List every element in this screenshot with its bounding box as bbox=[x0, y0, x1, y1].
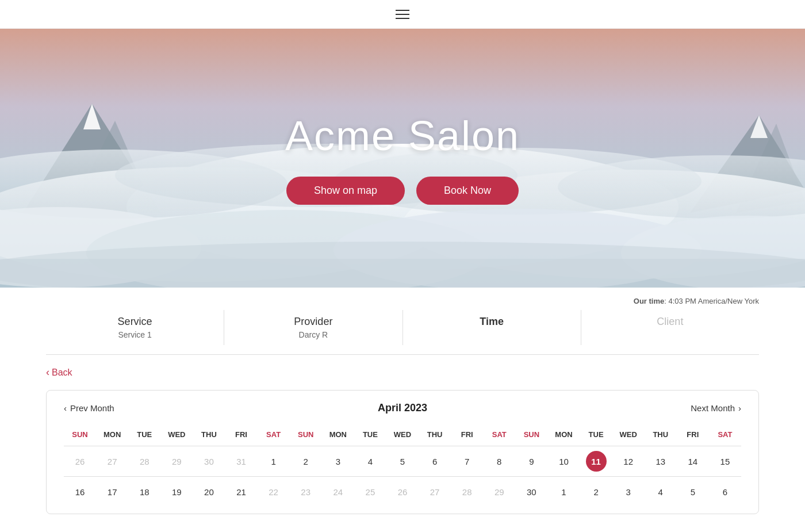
calendar-day-column: 15 bbox=[709, 446, 741, 472]
calendar-day[interactable]: 4 bbox=[360, 451, 381, 472]
step-service-label: Service bbox=[118, 316, 152, 328]
calendar-day[interactable]: 16 bbox=[70, 481, 90, 502]
calendar-day[interactable]: 7 bbox=[457, 451, 477, 472]
calendar-header-cell: SUN bbox=[64, 428, 96, 441]
calendar-day-column: 7 bbox=[451, 446, 483, 472]
calendar-day[interactable]: 30 bbox=[521, 481, 542, 502]
calendar-day: 29 bbox=[166, 451, 187, 472]
calendar-header-cell: MON bbox=[96, 428, 128, 441]
calendar-day[interactable]: 3 bbox=[328, 451, 348, 472]
calendar-header-cell: THU bbox=[419, 428, 451, 441]
calendar-day[interactable]: 15 bbox=[715, 451, 735, 472]
hero-content: Acme Salon Show on map Book Now bbox=[285, 112, 520, 205]
calendar-headers: SUNMONTUEWEDTHUFRISATSUNMONTUEWEDTHUFRIS… bbox=[64, 428, 741, 441]
calendar-day[interactable]: 10 bbox=[553, 451, 574, 472]
step-time[interactable]: Time bbox=[403, 310, 581, 345]
calendar-day: 22 bbox=[263, 481, 284, 502]
calendar-day[interactable]: 18 bbox=[134, 481, 155, 502]
calendar-header-cell: MON bbox=[322, 428, 354, 441]
calendar-day-column: 6 bbox=[709, 476, 741, 502]
calendar-day[interactable]: 6 bbox=[715, 481, 735, 502]
calendar-day[interactable]: 8 bbox=[489, 451, 509, 472]
step-service-value: Service 1 bbox=[118, 330, 151, 339]
calendar-day[interactable]: 19 bbox=[166, 481, 187, 502]
calendar-day[interactable]: 3 bbox=[618, 481, 639, 502]
calendar-day[interactable]: 2 bbox=[586, 481, 607, 502]
calendar-header-cell: SAT bbox=[483, 428, 515, 441]
calendar-day[interactable]: 2 bbox=[296, 451, 316, 472]
calendar-day-column: 25 bbox=[354, 476, 386, 502]
prev-chevron-icon: ‹ bbox=[64, 403, 67, 413]
calendar-header-cell: SUN bbox=[515, 428, 547, 441]
calendar-day-column: 3 bbox=[612, 476, 645, 502]
calendar-day[interactable]: 4 bbox=[650, 481, 671, 502]
calendar-month-title: April 2023 bbox=[378, 402, 427, 414]
calendar-day-column: 17 bbox=[96, 476, 128, 502]
content-area: Our time: 4:03 PM America/New York Servi… bbox=[0, 288, 805, 514]
calendar-day[interactable]: 20 bbox=[198, 481, 219, 502]
calendar-header-cell: SAT bbox=[709, 428, 741, 441]
calendar-day[interactable]: 12 bbox=[618, 451, 639, 472]
calendar-day[interactable]: 9 bbox=[521, 451, 542, 472]
calendar-day: 24 bbox=[328, 481, 348, 502]
calendar-header-cell: TUE bbox=[354, 428, 386, 441]
calendar-day-column: 29 bbox=[483, 476, 515, 502]
calendar-day: 28 bbox=[134, 451, 155, 472]
calendar-day-column: 1 bbox=[258, 446, 290, 472]
calendar-day-column: 14 bbox=[677, 446, 709, 472]
calendar-day-column: 11 bbox=[580, 446, 612, 472]
calendar-days-row1: 262728293031123456789101112131415 bbox=[64, 446, 741, 472]
calendar-header-cell: WED bbox=[612, 428, 645, 441]
step-time-label: Time bbox=[480, 316, 504, 328]
prev-month-button[interactable]: ‹ Prev Month bbox=[64, 403, 114, 413]
calendar-day-column: 13 bbox=[645, 446, 677, 472]
calendar-day-column: 8 bbox=[483, 446, 515, 472]
calendar-day[interactable]: 6 bbox=[424, 451, 445, 472]
book-now-button[interactable]: Book Now bbox=[416, 177, 519, 205]
calendar-header-cell: WED bbox=[386, 428, 419, 441]
calendar-day-column: 28 bbox=[451, 476, 483, 502]
step-client[interactable]: Client bbox=[581, 310, 759, 345]
calendar-day[interactable]: 5 bbox=[683, 481, 703, 502]
next-month-button[interactable]: Next Month › bbox=[691, 403, 741, 413]
calendar-day-column: 27 bbox=[419, 476, 451, 502]
show-on-map-button[interactable]: Show on map bbox=[286, 177, 405, 205]
calendar-day-column: 18 bbox=[128, 476, 160, 502]
calendar-header-cell: THU bbox=[193, 428, 225, 441]
calendar-day: 26 bbox=[392, 481, 413, 502]
prev-month-label: Prev Month bbox=[70, 403, 114, 413]
calendar-day-column: 26 bbox=[64, 446, 96, 472]
calendar-header-cell: FRI bbox=[451, 428, 483, 441]
time-bar: Our time: 4:03 PM America/New York bbox=[46, 288, 759, 310]
calendar-day-column: 27 bbox=[96, 446, 128, 472]
calendar-day[interactable]: 11 bbox=[586, 451, 607, 472]
next-chevron-icon: › bbox=[738, 403, 741, 413]
calendar-day-column: 21 bbox=[225, 476, 257, 502]
calendar-day[interactable]: 1 bbox=[263, 451, 284, 472]
calendar-day-column: 6 bbox=[419, 446, 451, 472]
calendar-day[interactable]: 13 bbox=[650, 451, 671, 472]
calendar-day-column: 20 bbox=[193, 476, 225, 502]
calendar-header-cell: MON bbox=[547, 428, 580, 441]
calendar-day-column: 16 bbox=[64, 476, 96, 502]
step-provider[interactable]: Provider Darcy R bbox=[224, 310, 402, 345]
calendar-day: 31 bbox=[231, 451, 252, 472]
calendar-header-cell: SUN bbox=[290, 428, 322, 441]
hero-title: Acme Salon bbox=[285, 112, 520, 159]
calendar-header-cell: THU bbox=[645, 428, 677, 441]
calendar-day[interactable]: 17 bbox=[102, 481, 122, 502]
calendar-day: 28 bbox=[457, 481, 477, 502]
calendar-day[interactable]: 1 bbox=[553, 481, 574, 502]
calendar-day-column: 26 bbox=[386, 476, 419, 502]
step-client-label: Client bbox=[657, 316, 683, 328]
calendar-day: 30 bbox=[198, 451, 219, 472]
calendar-day[interactable]: 14 bbox=[683, 451, 703, 472]
calendar-day[interactable]: 21 bbox=[231, 481, 252, 502]
back-link[interactable]: ‹ Back bbox=[46, 366, 759, 378]
nav-bar bbox=[0, 0, 805, 29]
hamburger-menu-button[interactable] bbox=[396, 10, 409, 19]
calendar-day-column: 10 bbox=[547, 446, 580, 472]
calendar-day[interactable]: 5 bbox=[392, 451, 413, 472]
step-service[interactable]: Service Service 1 bbox=[46, 310, 224, 345]
our-time-label: Our time: 4:03 PM America/New York bbox=[634, 297, 759, 305]
